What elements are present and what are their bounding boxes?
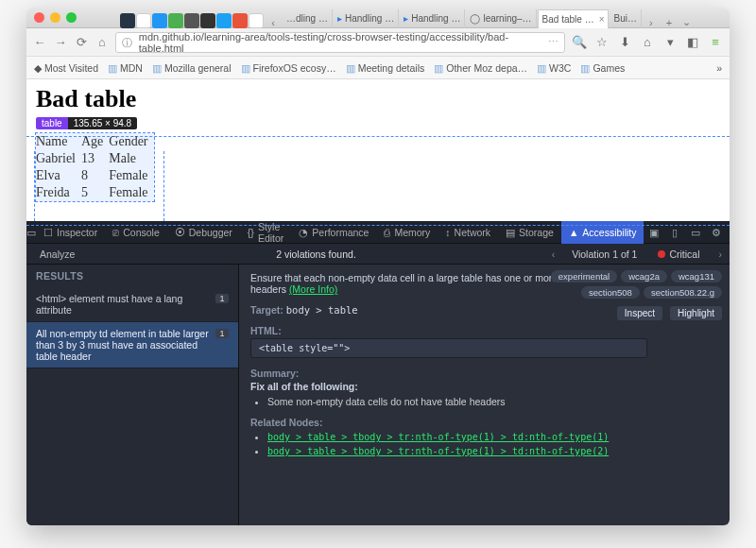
- page-title: Bad table: [36, 85, 720, 113]
- target-value: body > table: [286, 304, 358, 316]
- bad-table: Name Age Gender Gabriel 13 Male Elva 8 F…: [36, 133, 154, 201]
- bookmark-item[interactable]: ◆ Most Visited: [34, 62, 98, 74]
- close-tab-icon[interactable]: ×: [599, 14, 605, 25]
- severity-label: Critical: [669, 248, 699, 260]
- menu-icon[interactable]: ≡: [707, 34, 724, 51]
- table-cell: Elva: [36, 167, 81, 184]
- url-text: mdn.github.io/learning-area/tools-testin…: [139, 31, 548, 54]
- pinned-tab-icon[interactable]: [232, 13, 248, 28]
- bookmark-folder[interactable]: ▥ Other Moz depa…: [434, 62, 527, 74]
- maximize-window-icon[interactable]: [66, 12, 77, 23]
- download-icon[interactable]: ⬇: [616, 34, 633, 51]
- tag-pill: wcag2a: [621, 270, 667, 283]
- pinned-tab-icon[interactable]: [120, 13, 135, 28]
- bookmark-folder[interactable]: ▥ Mozilla general: [152, 62, 232, 74]
- tab-strip: ‹ …dling … ▸Handling … ▸Handling … ◯lear…: [120, 8, 722, 28]
- bookmark-folder[interactable]: ▥ Meeting details: [346, 62, 425, 74]
- browser-tab[interactable]: ◯learning–…: [466, 9, 536, 28]
- related-node-link[interactable]: body > table > tbody > tr:nth-of-type(1)…: [267, 432, 609, 442]
- prev-violation-button[interactable]: ‹: [544, 248, 563, 260]
- highlighted-table: Name Age Gender Gabriel 13 Male Elva 8 F…: [36, 133, 154, 201]
- pinned-tab-icon[interactable]: [249, 13, 264, 28]
- browser-tab-active[interactable]: Bad table …×: [538, 9, 610, 28]
- pinned-tab-icon[interactable]: [152, 13, 167, 28]
- bookmark-folder[interactable]: ▥ Games: [580, 62, 625, 74]
- table-row: Elva 8 Female: [36, 167, 154, 184]
- pinned-tab-icon[interactable]: [136, 13, 151, 28]
- browser-tab[interactable]: ▸Handling …: [400, 9, 465, 28]
- bookmark-folder[interactable]: ▥ W3C: [537, 62, 571, 74]
- reader-mode-icon[interactable]: ⋯: [548, 36, 558, 48]
- home-button[interactable]: ⌂: [94, 35, 110, 50]
- browser-tab[interactable]: …dling …: [283, 9, 333, 28]
- tab-scroll-right-icon[interactable]: ›: [643, 17, 660, 28]
- tab-scroll-left-icon[interactable]: ‹: [265, 17, 282, 28]
- address-bar: ← → ⟳ ⌂ ⓘ mdn.github.io/learning-area/to…: [26, 28, 730, 57]
- table-cell: 8: [81, 167, 109, 184]
- browser-window: ‹ …dling … ▸Handling … ▸Handling … ◯lear…: [26, 8, 730, 525]
- critical-dot-icon: [658, 250, 665, 258]
- pinned-tab-icon[interactable]: [184, 13, 199, 28]
- related-nodes-label: Related Nodes:: [250, 417, 718, 428]
- related-node-link[interactable]: body > table > tbody > tr:nth-of-type(1)…: [267, 446, 609, 456]
- titlebar: ‹ …dling … ▸Handling … ▸Handling … ◯lear…: [26, 8, 730, 28]
- pinned-tab-icon[interactable]: [216, 13, 232, 28]
- info-icon: ⓘ: [122, 36, 135, 49]
- forward-button[interactable]: →: [53, 35, 68, 50]
- element-tag-badge: table: [36, 117, 68, 129]
- issue-item[interactable]: <html> element must have a lang attribut…: [26, 287, 238, 322]
- back-button[interactable]: ←: [32, 35, 47, 50]
- issue-detail: experimental wcag2a wcag131 section508 s…: [239, 265, 730, 525]
- table-row: Name Age Gender: [36, 133, 154, 150]
- browser-tab[interactable]: Bui…: [610, 9, 641, 28]
- summary-fix-heading: Fix all of the following:: [250, 381, 718, 392]
- table-cell: 13: [81, 150, 109, 167]
- devtools-body: RESULTS <html> element must have a lang …: [26, 265, 730, 525]
- issue-item-selected[interactable]: All non-empty td element in table larger…: [26, 322, 238, 368]
- star-icon[interactable]: ☆: [593, 34, 610, 51]
- search-icon[interactable]: 🔍: [571, 34, 588, 51]
- issue-count-badge: 1: [215, 329, 229, 338]
- table-cell: Male: [109, 150, 153, 167]
- tag-pill: section508: [581, 286, 640, 299]
- bookmarks-bar: ◆ Most Visited ▥ MDN ▥ Mozilla general ▥…: [26, 57, 730, 79]
- browser-tab[interactable]: ▸Handling …: [334, 9, 399, 28]
- results-heading: RESULTS: [26, 265, 238, 287]
- summary-label: Summary:: [250, 368, 718, 379]
- html-label: HTML:: [250, 325, 718, 336]
- table-row: Freida 5 Female: [36, 184, 154, 201]
- issue-count-badge: 1: [215, 294, 229, 303]
- highlight-button[interactable]: Highlight: [670, 306, 722, 320]
- violations-count: 2 violations found.: [88, 248, 543, 260]
- pinned-tab-icon[interactable]: [168, 13, 183, 28]
- tag-group: experimental wcag2a wcag131 section508 s…: [505, 270, 722, 320]
- table-cell: Freida: [36, 184, 81, 201]
- element-size-badge: table 135.65 × 94.8: [36, 117, 720, 129]
- bookmark-folder[interactable]: ▥ FirefoxOS ecosy…: [241, 62, 336, 74]
- minimize-window-icon[interactable]: [50, 12, 60, 23]
- inspect-button[interactable]: Inspect: [617, 306, 662, 320]
- element-dimensions-badge: 135.65 × 94.8: [68, 117, 137, 129]
- home-icon[interactable]: ⌂: [639, 34, 656, 51]
- tag-pill: experimental: [551, 270, 617, 283]
- analyze-button[interactable]: Analyze: [26, 248, 88, 260]
- next-violation-button[interactable]: ›: [712, 248, 730, 260]
- accessibility-subbar: Analyze 2 violations found. ‹ Violation …: [26, 244, 730, 265]
- bookmark-folder[interactable]: ▥ MDN: [108, 62, 143, 74]
- violation-pager: Violation 1 of 1: [562, 248, 646, 260]
- more-info-link[interactable]: (More Info): [289, 283, 337, 295]
- table-row: Gabriel 13 Male: [36, 150, 154, 167]
- bookmarks-overflow-icon[interactable]: »: [716, 62, 722, 74]
- tab-menu-icon[interactable]: ⌄: [679, 16, 696, 28]
- target-label: Target:: [250, 304, 284, 316]
- pinned-tab-icon[interactable]: [200, 13, 215, 28]
- reload-button[interactable]: ⟳: [74, 35, 89, 50]
- url-input[interactable]: ⓘ mdn.github.io/learning-area/tools-test…: [115, 32, 565, 53]
- extension-icon[interactable]: ◧: [684, 34, 701, 51]
- table-cell: 5: [81, 184, 109, 201]
- devtools-panel: ▭ ☐Inspector ⎚Console ⦿Debugger {}Style …: [26, 221, 730, 525]
- new-tab-button[interactable]: +: [661, 17, 678, 28]
- close-window-icon[interactable]: [34, 12, 44, 23]
- page-content: Bad table table 135.65 × 94.8 Name Age G…: [26, 79, 730, 221]
- pocket-icon[interactable]: ▾: [662, 34, 679, 51]
